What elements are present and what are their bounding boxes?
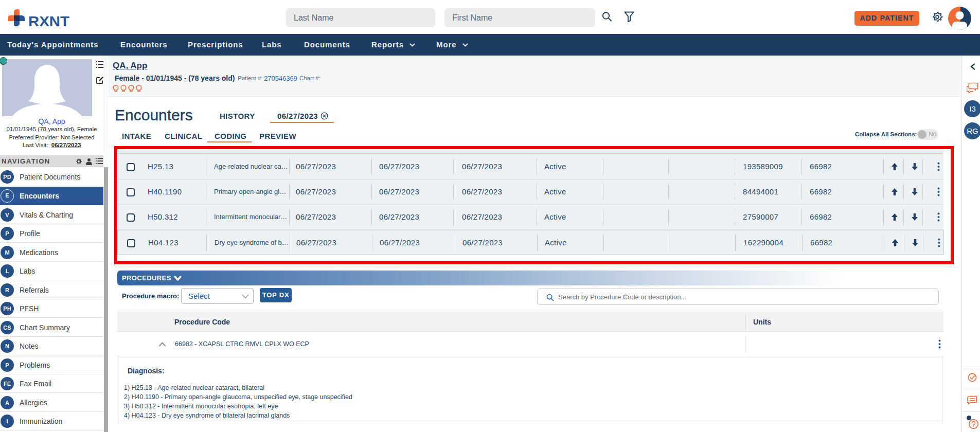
svg-text:RXNT: RXNT <box>28 13 69 29</box>
